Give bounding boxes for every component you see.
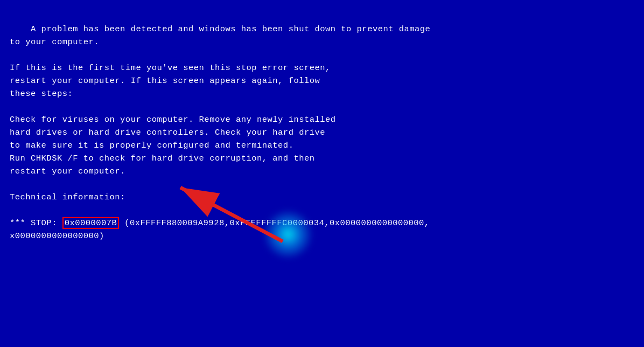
line1: A problem has been detected and windows … <box>31 24 430 34</box>
line10: to make sure it is properly configured a… <box>10 141 293 150</box>
line8: Check for viruses on your computer. Remo… <box>10 115 336 124</box>
line11: Run CHKDSK /F to check for hard drive co… <box>10 154 314 163</box>
line5: restart your computer. If this screen ap… <box>10 76 320 86</box>
bsod-screen: A problem has been detected and windows … <box>0 0 644 347</box>
bsod-content: A problem has been detected and windows … <box>10 10 634 255</box>
line9: hard drives or hard drive controllers. C… <box>10 128 325 137</box>
stop-params2: x0000000000000000) <box>10 231 104 241</box>
line6: these steps: <box>10 89 73 99</box>
line2: to your computer. <box>10 37 99 47</box>
line4: If this is the first time you've seen th… <box>10 63 331 73</box>
line12: restart your computer. <box>10 166 125 176</box>
glow-effect <box>264 210 312 259</box>
line14: Technical information: <box>10 192 125 202</box>
stop-code: 0x0000007B <box>62 217 120 229</box>
stop-prefix: *** STOP: <box>10 218 62 228</box>
